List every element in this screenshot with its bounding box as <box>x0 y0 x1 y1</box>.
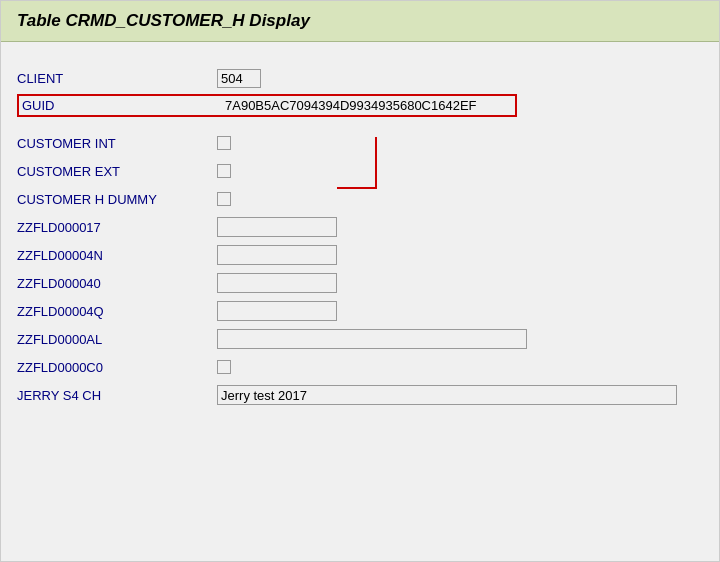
zzfld00004o-label: ZZFLD000040 <box>17 276 217 291</box>
zzfld00004n-label: ZZFLD00004N <box>17 248 217 263</box>
customer-int-checkbox[interactable] <box>217 136 231 150</box>
jerry-row: JERRY S4 CH <box>17 383 703 407</box>
guid-value: 7A90B5AC7094394D9934935680C1642EF <box>222 97 480 114</box>
client-row: CLIENT <box>17 66 703 90</box>
content-area: CLIENT GUID 7A90B5AC7094394D9934935680C1… <box>1 60 719 431</box>
zzfld00004o-input[interactable] <box>217 273 337 293</box>
jerry-input[interactable] <box>217 385 677 405</box>
guid-section: GUID 7A90B5AC7094394D9934935680C1642EF <box>17 94 703 117</box>
client-input[interactable] <box>217 69 261 88</box>
zzfld000017-input[interactable] <box>217 217 337 237</box>
customer-ext-label: CUSTOMER EXT <box>17 164 217 179</box>
zzfld0000al-row: ZZFLD0000AL <box>17 327 703 351</box>
zzfld00004n-input[interactable] <box>217 245 337 265</box>
zzfld0000al-input[interactable] <box>217 329 527 349</box>
customer-int-label: CUSTOMER INT <box>17 136 217 151</box>
guid-row: GUID 7A90B5AC7094394D9934935680C1642EF <box>17 94 517 117</box>
zzfld0000al-label: ZZFLD0000AL <box>17 332 217 347</box>
customer-h-dummy-row: CUSTOMER H DUMMY <box>17 187 703 211</box>
customer-ext-checkbox[interactable] <box>217 164 231 178</box>
customer-ext-row: CUSTOMER EXT <box>17 159 703 183</box>
jerry-label: JERRY S4 CH <box>17 388 217 403</box>
main-window: Table CRMD_CUSTOMER_H Display CLIENT GUI… <box>0 0 720 562</box>
zzfld0000c0-row: ZZFLD0000C0 <box>17 355 703 379</box>
annotation-l-shape <box>337 137 377 189</box>
customer-h-dummy-label: CUSTOMER H DUMMY <box>17 192 217 207</box>
zzfld000017-row: ZZFLD000017 <box>17 215 703 239</box>
zzfld0000c0-label: ZZFLD0000C0 <box>17 360 217 375</box>
title-bar: Table CRMD_CUSTOMER_H Display <box>1 1 719 42</box>
client-label: CLIENT <box>17 71 217 86</box>
customer-h-dummy-checkbox[interactable] <box>217 192 231 206</box>
zzfld0000c0-checkbox[interactable] <box>217 360 231 374</box>
zzfld00004q-row: ZZFLD00004Q <box>17 299 703 323</box>
zzfld00004n-row: ZZFLD00004N <box>17 243 703 267</box>
zzfld00004q-label: ZZFLD00004Q <box>17 304 217 319</box>
guid-label: GUID <box>22 98 222 113</box>
page-title: Table CRMD_CUSTOMER_H Display <box>17 11 703 31</box>
zzfld00004q-input[interactable] <box>217 301 337 321</box>
zzfld000017-label: ZZFLD000017 <box>17 220 217 235</box>
zzfld00004o-row: ZZFLD000040 <box>17 271 703 295</box>
